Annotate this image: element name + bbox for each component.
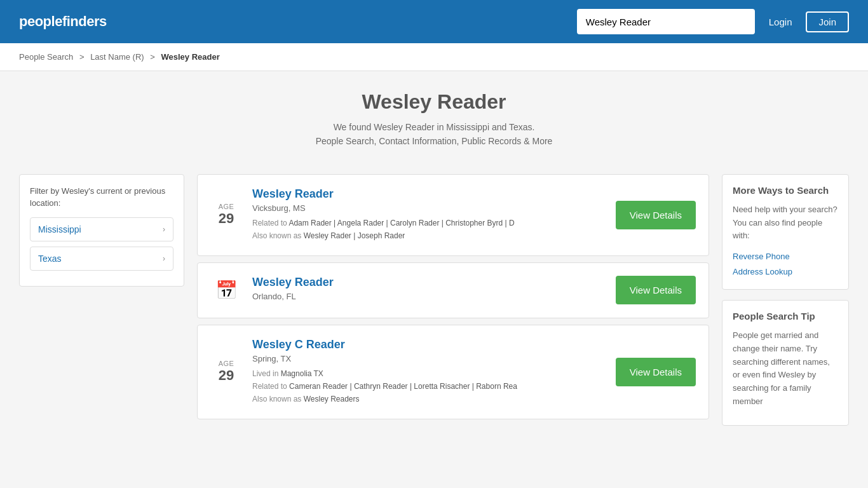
chevron-right-icon: ›: [163, 225, 165, 234]
subtitle-line1: We found Wesley Reader in Mississippi an…: [13, 120, 855, 134]
age-label-3: AGE: [210, 360, 242, 367]
page-title: Wesley Reader: [13, 90, 855, 114]
result-meta-1: Related to Adam Rader | Angela Rader | C…: [252, 217, 606, 243]
tip-box: People Search Tip People get married and…: [722, 300, 849, 426]
view-details-btn-3[interactable]: View Details: [616, 358, 696, 386]
filter-item-texas[interactable]: Texas ›: [30, 247, 173, 271]
also-label-1: Also known as: [252, 231, 304, 240]
more-ways-title: More Ways to Search: [733, 185, 838, 196]
related-values-3: Cameran Reader | Cathryn Reader | Lorett…: [289, 382, 517, 391]
result-location-3: Spring, TX: [252, 354, 606, 363]
header-right: Login Join: [577, 9, 849, 34]
result-card-3: AGE 29 Wesley C Reader Spring, TX Lived …: [197, 325, 709, 419]
lived-values-3: Magnolia TX: [281, 369, 323, 378]
main-content: Filter by Wesley's current or previous l…: [0, 161, 868, 449]
result-location-2: Orlando, FL: [252, 292, 606, 301]
result-card-2: 📅 Wesley Reader Orlando, FL View Details: [197, 262, 709, 318]
result-info-3: Wesley C Reader Spring, TX Lived in Magn…: [252, 338, 606, 406]
breadcrumb: People Search > Last Name (R) > Wesley R…: [0, 43, 868, 71]
age-block-1: AGE 29: [210, 203, 242, 227]
breadcrumb-people-search[interactable]: People Search: [19, 52, 73, 62]
age-label-1: AGE: [210, 203, 242, 210]
age-block-3: AGE 29: [210, 360, 242, 384]
subtitle-line2: People Search, Contact Information, Publ…: [13, 134, 855, 148]
result-location-1: Vicksburg, MS: [252, 203, 606, 213]
result-meta-3: Lived in Magnolia TX Related to Cameran …: [252, 367, 606, 406]
tip-text: People get married and change their name…: [733, 329, 838, 409]
filter-texas-label: Texas: [38, 254, 62, 264]
more-ways-box: More Ways to Search Need help with your …: [722, 174, 849, 290]
title-area: Wesley Reader We found Wesley Reader in …: [0, 71, 868, 161]
lived-label-3: Lived in: [252, 369, 281, 378]
result-name-1[interactable]: Wesley Reader: [252, 187, 606, 201]
filter-mississippi-label: Mississippi: [38, 224, 81, 234]
breadcrumb-separator-2: >: [150, 52, 155, 62]
search-input[interactable]: [577, 9, 755, 34]
result-card-1: AGE 29 Wesley Reader Vicksburg, MS Relat…: [197, 174, 709, 256]
age-number-1: 29: [210, 210, 242, 227]
view-details-btn-2[interactable]: View Details: [616, 276, 696, 304]
tip-title: People Search Tip: [733, 311, 838, 322]
also-values-3: Wesley Readers: [304, 395, 360, 403]
result-name-2[interactable]: Wesley Reader: [252, 276, 606, 289]
result-info-2: Wesley Reader Orlando, FL: [252, 276, 606, 305]
subtitle: We found Wesley Reader in Mississippi an…: [13, 120, 855, 149]
join-button[interactable]: Join: [806, 11, 849, 32]
breadcrumb-separator-1: >: [79, 52, 85, 62]
filter-sidebar: Filter by Wesley's current or previous l…: [19, 174, 184, 436]
also-label-3: Also known as: [252, 395, 304, 403]
login-button[interactable]: Login: [763, 11, 799, 32]
also-values-1: Wesley Rader | Joseph Rader: [304, 231, 405, 240]
chevron-right-icon-2: ›: [163, 254, 165, 263]
breadcrumb-current: Wesley Reader: [161, 52, 220, 62]
filter-label: Filter by Wesley's current or previous l…: [30, 185, 173, 210]
filter-item-mississippi[interactable]: Mississippi ›: [30, 217, 173, 241]
calendar-icon: 📅: [210, 280, 242, 301]
age-block-2: 📅: [210, 280, 242, 301]
breadcrumb-last-name[interactable]: Last Name (R): [90, 52, 144, 62]
view-details-btn-1[interactable]: View Details: [616, 201, 696, 229]
filter-box: Filter by Wesley's current or previous l…: [19, 174, 184, 287]
more-ways-text: Need help with your search? You can also…: [733, 203, 838, 243]
right-sidebar: More Ways to Search Need help with your …: [722, 174, 849, 436]
header: peoplefinders Login Join: [0, 0, 868, 43]
age-number-3: 29: [210, 367, 242, 384]
result-info-1: Wesley Reader Vicksburg, MS Related to A…: [252, 187, 606, 243]
related-label-1: Related to: [252, 219, 288, 227]
related-values-1: Adam Rader | Angela Rader | Carolyn Rade…: [288, 219, 514, 227]
logo: peoplefinders: [19, 13, 107, 30]
results-area: AGE 29 Wesley Reader Vicksburg, MS Relat…: [197, 174, 709, 436]
reverse-phone-link[interactable]: Reverse Phone: [733, 249, 838, 264]
related-label-3: Related to: [252, 382, 289, 391]
result-name-3[interactable]: Wesley C Reader: [252, 338, 606, 351]
address-lookup-link[interactable]: Address Lookup: [733, 264, 838, 279]
